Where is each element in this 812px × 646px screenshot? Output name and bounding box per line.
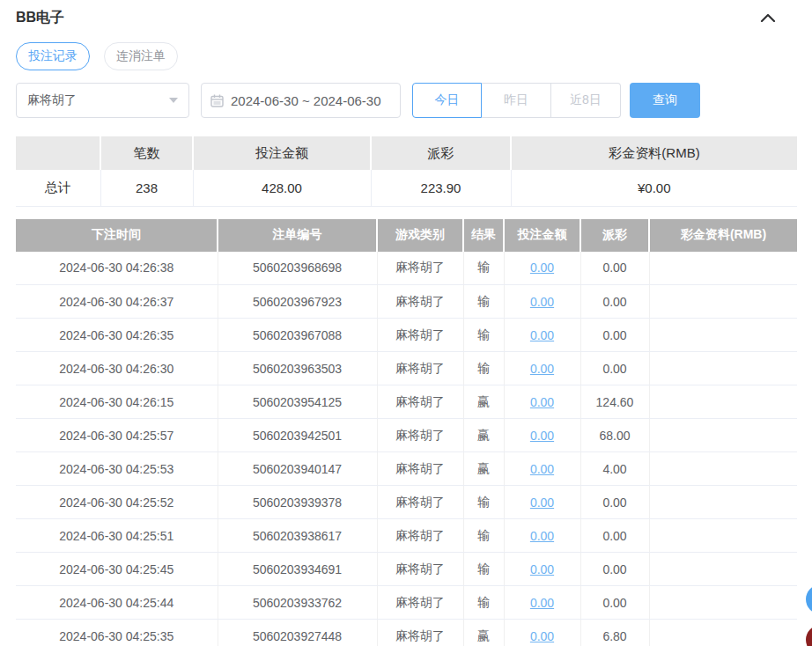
cell-bet-amount: 0.00 (504, 319, 580, 352)
cell-order-id: 5060203940147 (218, 452, 377, 486)
bet-amount-link[interactable]: 0.00 (530, 462, 554, 476)
cell-bet-time: 2024-06-30 04:25:35 (16, 620, 218, 646)
cell-payout: 0.00 (580, 519, 649, 553)
tab-bet-records[interactable]: 投注记录 (16, 42, 90, 70)
cell-bet-amount: 0.00 (504, 452, 580, 486)
table-row: 2024-06-30 04:25:355060203927448麻将胡了赢0.0… (16, 620, 797, 646)
cell-bonus (649, 486, 797, 519)
cell-result: 输 (463, 586, 504, 620)
quick-range-yesterday[interactable]: 昨日 (482, 83, 551, 118)
tab-cancelled-orders[interactable]: 连消注单 (104, 42, 178, 70)
cell-bonus (649, 285, 797, 319)
summary-total-payout: 223.90 (371, 170, 511, 206)
cell-result: 输 (463, 285, 504, 319)
cell-game-type: 麻将胡了 (377, 419, 463, 452)
summary-col-count: 笔数 (100, 136, 193, 170)
bet-amount-link[interactable]: 0.00 (530, 295, 554, 309)
panel-header: BB电子 (16, 7, 797, 28)
cell-bonus (649, 352, 797, 385)
cell-bet-time: 2024-06-30 04:25:44 (16, 586, 218, 620)
table-row: 2024-06-30 04:25:445060203933762麻将胡了输0.0… (16, 586, 797, 620)
quick-range-last8days[interactable]: 近8日 (551, 83, 621, 118)
summary-total-bet-amount: 428.00 (193, 170, 371, 206)
cell-result: 输 (463, 486, 504, 519)
summary-table: 笔数 投注金额 派彩 彩金资料(RMB) 总计 238 428.00 223.9… (16, 136, 797, 207)
cell-result: 赢 (463, 419, 504, 452)
cell-payout: 124.60 (580, 385, 649, 419)
cell-bet-time: 2024-06-30 04:25:45 (16, 553, 218, 586)
cell-order-id: 5060203938617 (218, 519, 377, 553)
game-select-value: 麻将胡了 (27, 92, 77, 108)
bet-amount-link[interactable]: 0.00 (530, 429, 554, 443)
cell-bonus (649, 452, 797, 486)
cell-bet-amount: 0.00 (504, 519, 580, 553)
cell-result: 赢 (463, 452, 504, 486)
bet-table-header-row: 下注时间 注单编号 游戏类别 结果 投注金额 派彩 彩金资料(RMB) (16, 219, 797, 252)
cell-order-id: 5060203967923 (218, 285, 377, 319)
col-order-id: 注单编号 (218, 219, 377, 252)
cell-result: 输 (463, 252, 504, 285)
cell-order-id: 5060203942501 (218, 419, 377, 452)
cell-payout: 0.00 (580, 319, 649, 352)
quick-range-today[interactable]: 今日 (412, 83, 482, 118)
bet-amount-link[interactable]: 0.00 (530, 395, 554, 409)
cell-game-type: 麻将胡了 (377, 352, 463, 385)
bet-records-panel: BB电子 投注记录 连消注单 麻将胡了 2024-06-30 ~ 2024-06… (0, 0, 812, 646)
cell-result: 输 (463, 319, 504, 352)
bet-amount-link[interactable]: 0.00 (530, 562, 554, 576)
game-select[interactable]: 麻将胡了 (16, 83, 189, 118)
bet-amount-link[interactable]: 0.00 (530, 529, 554, 543)
col-bonus: 彩金资料(RMB) (649, 219, 797, 252)
cell-order-id: 5060203939378 (218, 486, 377, 519)
cell-bet-time: 2024-06-30 04:25:57 (16, 419, 218, 452)
date-range-input[interactable]: 2024-06-30 ~ 2024-06-30 (201, 83, 401, 118)
cell-payout: 68.00 (580, 419, 649, 452)
bet-amount-link[interactable]: 0.00 (530, 629, 554, 643)
cell-payout: 0.00 (580, 553, 649, 586)
collapse-button[interactable] (758, 11, 778, 24)
cell-game-type: 麻将胡了 (377, 553, 463, 586)
cell-payout: 0.00 (580, 352, 649, 385)
col-bet-amount: 投注金额 (504, 219, 580, 252)
cell-bonus (649, 586, 797, 620)
cell-bet-amount: 0.00 (504, 285, 580, 319)
bet-amount-link[interactable]: 0.00 (530, 362, 554, 376)
table-row: 2024-06-30 04:25:515060203938617麻将胡了输0.0… (16, 519, 797, 553)
summary-col-empty (16, 136, 100, 170)
cell-bonus (649, 319, 797, 352)
table-row: 2024-06-30 04:26:305060203963503麻将胡了输0.0… (16, 352, 797, 385)
filter-bar: 麻将胡了 2024-06-30 ~ 2024-06-30 今日 昨日 近8日 查… (16, 83, 797, 118)
cell-bet-time: 2024-06-30 04:26:15 (16, 385, 218, 419)
cell-bet-time: 2024-06-30 04:25:51 (16, 519, 218, 553)
tab-bar: 投注记录 连消注单 (16, 42, 797, 70)
chevron-up-icon (760, 13, 776, 22)
cell-order-id: 5060203968698 (218, 252, 377, 285)
cell-game-type: 麻将胡了 (377, 385, 463, 419)
summary-col-bonus: 彩金资料(RMB) (511, 136, 797, 170)
search-button[interactable]: 查询 (630, 83, 700, 118)
cell-game-type: 麻将胡了 (377, 452, 463, 486)
cell-game-type: 麻将胡了 (377, 519, 463, 553)
bet-amount-link[interactable]: 0.00 (530, 596, 554, 610)
summary-total-bonus: ¥0.00 (511, 170, 797, 206)
bet-amount-link[interactable]: 0.00 (530, 496, 554, 510)
cell-order-id: 5060203927448 (218, 620, 377, 646)
cell-result: 赢 (463, 385, 504, 419)
cell-order-id: 5060203963503 (218, 352, 377, 385)
cell-game-type: 麻将胡了 (377, 252, 463, 285)
cell-order-id: 5060203967088 (218, 319, 377, 352)
bet-amount-link[interactable]: 0.00 (530, 261, 554, 275)
cell-bonus (649, 252, 797, 285)
summary-total-label: 总计 (16, 170, 100, 206)
cell-bonus (649, 620, 797, 646)
cell-bonus (649, 553, 797, 586)
bet-table-body: 2024-06-30 04:26:385060203968698麻将胡了输0.0… (16, 252, 797, 646)
cell-payout: 4.00 (580, 452, 649, 486)
bet-amount-link[interactable]: 0.00 (530, 328, 554, 342)
summary-col-bet-amount: 投注金额 (193, 136, 371, 170)
table-row: 2024-06-30 04:25:535060203940147麻将胡了赢0.0… (16, 452, 797, 486)
summary-col-payout: 派彩 (371, 136, 511, 170)
cell-payout: 0.00 (580, 252, 649, 285)
summary-header-row: 笔数 投注金额 派彩 彩金资料(RMB) (16, 136, 797, 170)
cell-game-type: 麻将胡了 (377, 285, 463, 319)
